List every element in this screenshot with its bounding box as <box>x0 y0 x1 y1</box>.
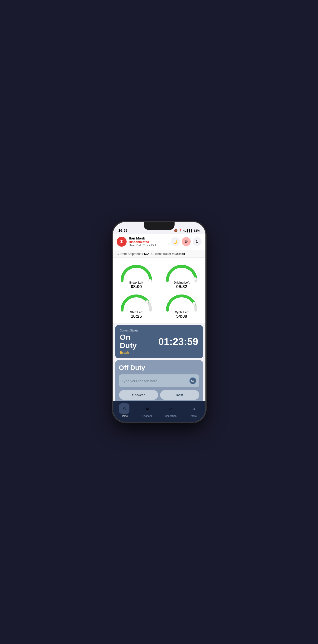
refresh-button[interactable]: ↻ <box>193 237 202 246</box>
user-info: ✱ Ilon Mask Disconnected User ID 4 | Tru… <box>117 236 156 247</box>
phone-frame: 16:58 🔕 📍 4G ▌▌▌ 82% ✱ Ilon Mask Disconn… <box>113 222 205 422</box>
gauge-break-left-value: 08:00 <box>131 284 142 289</box>
off-duty-panel: Off Duty Type your reason here 60 Shower… <box>115 360 203 401</box>
gauge-driving-left: Driving Left 09:32 <box>160 262 204 289</box>
location-icon: 📍 <box>179 229 182 232</box>
user-details: Ilon Mask Disconnected User ID 4 | Truck… <box>129 236 156 247</box>
gauge-shift-left: Shift Left 10:25 <box>115 291 158 319</box>
reason-rest[interactable]: Rest <box>160 390 199 400</box>
break-label: Break <box>120 351 138 354</box>
dark-mode-button[interactable]: 🌙 <box>171 237 180 246</box>
nav-home[interactable]: ⌂ Home <box>117 403 131 417</box>
gauge-cycle-left-value: 54:09 <box>176 314 187 319</box>
nav-inspection[interactable]: 🛡 Inspection <box>164 403 178 417</box>
nav-home-label: Home <box>121 414 128 417</box>
nav-logbook[interactable]: ≡ Logbook <box>140 403 154 417</box>
settings-button[interactable]: ⚙ <box>182 237 191 246</box>
gauge-shift-left-svg <box>118 291 154 312</box>
reason-placeholder: Type your reason here <box>122 379 157 383</box>
gauge-cycle-left-svg <box>164 291 200 312</box>
nav-logbook-label: Logbook <box>142 414 152 417</box>
gauge-break-left: Break Left 08:00 <box>115 262 158 289</box>
char-count: 60 <box>189 377 196 384</box>
nav-more[interactable]: ⠿ More <box>187 403 201 417</box>
status-card-left: Current Status On Duty Break <box>120 329 138 354</box>
svg-point-2 <box>145 300 148 303</box>
logbook-icon: ≡ <box>142 403 153 414</box>
status-timer: 01:23:59 <box>158 336 198 347</box>
status-icons: 🔕 📍 4G ▌▌▌ 82% <box>174 229 200 232</box>
reason-input-row[interactable]: Type your reason here 60 <box>119 374 199 387</box>
shipment-label: Current Shipment # N/A <box>117 252 150 256</box>
status-card-right: 01:23:59 <box>158 336 198 347</box>
current-status-card: Current Status On Duty Break 01:23:59 <box>115 325 203 358</box>
reason-buttons: Shower Rest Restroom Other <box>119 390 199 401</box>
off-duty-title: Off Duty <box>119 364 199 372</box>
svg-point-0 <box>149 279 151 282</box>
avatar: ✱ <box>117 237 127 246</box>
mute-icon: 🔕 <box>174 229 178 232</box>
phone-screen: 16:58 🔕 📍 4G ▌▌▌ 82% ✱ Ilon Mask Disconn… <box>113 222 205 422</box>
current-status-label: Current Status <box>120 329 138 332</box>
gauge-shift-left-value: 10:25 <box>131 314 142 319</box>
gauge-cycle-left: Cycle Left 54:09 <box>160 291 204 319</box>
gauge-driving-left-svg <box>164 262 200 283</box>
status-name: On Duty <box>120 333 138 350</box>
notch <box>144 222 175 230</box>
reason-shower[interactable]: Shower <box>119 390 158 400</box>
more-icon: ⠿ <box>189 403 199 414</box>
avatar-icon: ✱ <box>120 239 123 244</box>
status-time: 16:58 <box>118 228 127 232</box>
user-id: User ID 4 | Truck ID 1 <box>129 244 156 247</box>
signal-icon: 4G ▌▌▌ <box>183 229 193 232</box>
inspection-icon: 🛡 <box>165 403 176 414</box>
gauge-driving-left-value: 09:32 <box>176 284 187 289</box>
shipment-bar: Current Shipment # N/A Current Trailer #… <box>113 250 205 258</box>
app-header: ✱ Ilon Mask Disconnected User ID 4 | Tru… <box>113 234 205 250</box>
trailer-label: Current Trailer # Bobtail <box>151 252 185 256</box>
bottom-nav: ⌂ Home ≡ Logbook 🛡 Inspection ⠿ More <box>113 401 205 422</box>
gauges-area: Break Left 08:00 Driving Left 09:32 <box>113 258 205 323</box>
svg-point-1 <box>194 278 197 280</box>
connection-status: Disconnected <box>129 240 156 244</box>
nav-inspection-label: Inspection <box>165 414 177 417</box>
gauge-break-left-svg <box>118 262 154 283</box>
scroll-area: ✱ Ilon Mask Disconnected User ID 4 | Tru… <box>113 234 205 401</box>
header-actions: 🌙 ⚙ ↻ <box>171 237 202 246</box>
nav-more-label: More <box>191 414 197 417</box>
home-icon: ⌂ <box>119 403 129 414</box>
svg-point-3 <box>193 302 196 305</box>
user-name: Ilon Mask <box>129 236 156 240</box>
battery-icon: 82% <box>194 229 200 232</box>
